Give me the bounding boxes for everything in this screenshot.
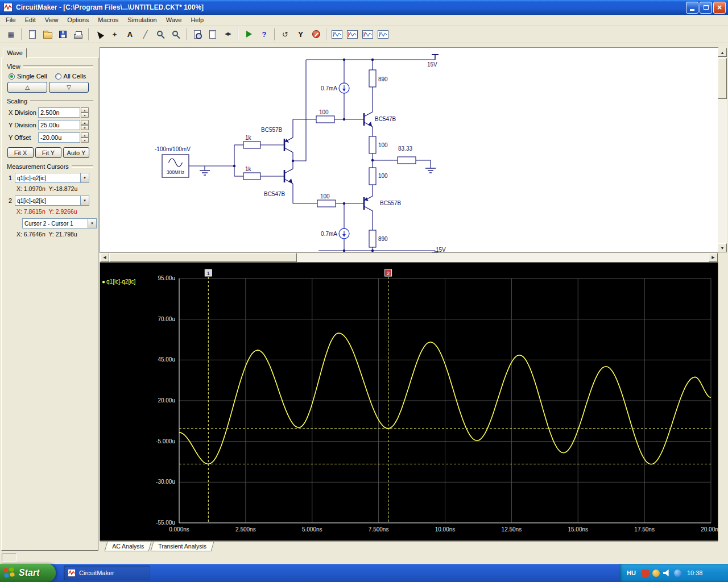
- help-icon: ?: [262, 31, 267, 38]
- spin-up-icon[interactable]: ▲: [81, 132, 89, 138]
- spin-up-icon[interactable]: ▲: [81, 107, 89, 113]
- scope-display-button-2[interactable]: [345, 27, 359, 41]
- status-cell: [2, 554, 16, 562]
- waveform-plot[interactable]: 95.00u70.00u45.00u20.00u-5.000u-30.00u-5…: [100, 263, 718, 541]
- step-navigation-button[interactable]: ◀▶: [221, 27, 235, 41]
- x-tick-label: 10.00ns: [435, 526, 456, 533]
- y-offset-input[interactable]: [38, 132, 80, 143]
- spin-up-icon[interactable]: ▲: [81, 120, 89, 125]
- emitter-arrow: [368, 122, 372, 126]
- cursor-diff-dropdown-button[interactable]: ▼: [88, 219, 96, 228]
- menu-file[interactable]: File: [1, 15, 20, 24]
- menu-help[interactable]: Help: [186, 15, 208, 24]
- cursor-1-signal-select[interactable]: q1[ic]-q2[ic] ▼: [15, 173, 89, 183]
- tray-shield-icon[interactable]: [642, 569, 649, 577]
- x-tick-label: 12.50ns: [502, 526, 522, 533]
- y-tick-label: 95.00u: [158, 275, 175, 281]
- scaling-section-header: Scaling: [7, 98, 93, 105]
- spin-down-icon[interactable]: ▼: [81, 138, 89, 143]
- title-bar: CircuitMaker - [C:\Program Files\...\UNT…: [0, 0, 728, 15]
- y-offset-spinner[interactable]: ▲▼: [81, 132, 89, 143]
- probe-tool-button[interactable]: Y: [293, 27, 308, 41]
- tray-update-icon[interactable]: [652, 569, 660, 577]
- cursor-2-signal-select[interactable]: q1[ic]-q2[ic] ▼: [15, 196, 89, 206]
- open-file-button[interactable]: [40, 27, 55, 41]
- close-button[interactable]: ×: [713, 2, 726, 14]
- scope-display-button-3[interactable]: [361, 27, 375, 41]
- wire-tool-button[interactable]: ╱: [138, 27, 152, 41]
- minimize-button[interactable]: [686, 2, 698, 14]
- x-division-input[interactable]: [38, 107, 80, 118]
- scroll-down-button[interactable]: ▼: [718, 243, 727, 252]
- browse-mode-button[interactable]: ▦: [4, 27, 18, 41]
- windows-flag-icon: [3, 567, 16, 579]
- help-button[interactable]: ?: [257, 27, 271, 41]
- resistor: [369, 136, 376, 153]
- emitter-arrow: [288, 178, 292, 183]
- scroll-right-button[interactable]: ▶: [709, 253, 718, 262]
- taskbar-clock[interactable]: 10:38: [687, 569, 703, 576]
- single-cell-radio[interactable]: [9, 73, 15, 80]
- tray-volume-icon[interactable]: [663, 569, 671, 577]
- auto-y-button[interactable]: Auto Y: [63, 147, 89, 158]
- spin-down-icon[interactable]: ▼: [81, 113, 89, 118]
- undo-button[interactable]: ↺: [278, 27, 292, 41]
- place-part-button[interactable]: +: [107, 27, 122, 41]
- spin-down-icon[interactable]: ▼: [81, 125, 89, 130]
- stop-simulation-button[interactable]: [309, 27, 323, 41]
- waveform-panel: 95.00u70.00u45.00u20.00u-5.000u-30.00u-5…: [100, 263, 718, 541]
- x-tick-label: 17.50ns: [634, 526, 655, 533]
- sheet-view-button[interactable]: [205, 27, 220, 41]
- scope-display-button-4[interactable]: [376, 27, 390, 41]
- fit-x-button[interactable]: Fit X: [7, 147, 34, 158]
- menu-edit[interactable]: Edit: [20, 15, 40, 24]
- x-tick-label: 20.00ns: [701, 526, 718, 533]
- cursors-section-header: Measurement Cursors: [7, 163, 93, 170]
- tray-network-icon[interactable]: [674, 569, 681, 577]
- run-simulation-button[interactable]: [242, 27, 256, 41]
- select-tool-button[interactable]: [92, 27, 106, 41]
- x-division-spinner[interactable]: ▲▼: [81, 107, 89, 118]
- y-tick-label: 45.00u: [158, 356, 175, 363]
- tab-wave[interactable]: Wave: [3, 48, 27, 58]
- scroll-left-button[interactable]: ◀: [100, 253, 109, 262]
- cursor-2-dropdown-button[interactable]: ▼: [80, 196, 89, 205]
- tab-ac-analysis[interactable]: AC Analysis: [105, 542, 152, 551]
- zoom-area-button[interactable]: [169, 27, 183, 41]
- scope-display-button-1[interactable]: [330, 27, 344, 41]
- system-tray: HU 10:38: [619, 564, 728, 582]
- zoom-in-button[interactable]: [154, 27, 168, 41]
- prev-cell-button[interactable]: △: [7, 82, 47, 93]
- menu-wave[interactable]: Wave: [162, 15, 187, 24]
- schematic-canvas[interactable]: 89010010083.331001008901k1k0.7mA0.7mABC5…: [100, 48, 718, 252]
- tab-transient-analysis[interactable]: Transient Analysis: [151, 542, 214, 551]
- next-cell-button[interactable]: ▽: [49, 82, 89, 93]
- text-tool-button[interactable]: A: [123, 27, 137, 41]
- scope-waveform-icon: [362, 30, 373, 39]
- print-button[interactable]: [71, 27, 85, 41]
- cursor-1-dropdown-button[interactable]: ▼: [80, 173, 89, 182]
- vertical-scrollbar-thumb[interactable]: [718, 58, 727, 99]
- x-tick-label: 2.500ns: [235, 526, 256, 533]
- horizontal-scrollbar[interactable]: ◀ ▶: [100, 253, 718, 262]
- fit-y-button[interactable]: Fit Y: [35, 147, 61, 158]
- vertical-scrollbar[interactable]: ▲ ▼: [718, 48, 727, 252]
- y-division-input[interactable]: [38, 120, 80, 130]
- menu-options[interactable]: Options: [63, 15, 93, 24]
- menu-macros[interactable]: Macros: [93, 15, 123, 24]
- maximize-button[interactable]: [700, 2, 712, 14]
- horizontal-scrollbar-thumb[interactable]: [109, 253, 297, 262]
- y-division-spinner[interactable]: ▲▼: [81, 120, 89, 130]
- menu-simulation[interactable]: Simulation: [123, 15, 161, 24]
- taskbar-task-circuitmaker[interactable]: CircuitMaker: [64, 566, 150, 580]
- menu-view[interactable]: View: [40, 15, 63, 24]
- new-file-button[interactable]: [25, 27, 39, 41]
- scroll-up-button[interactable]: ▲: [718, 48, 727, 57]
- language-indicator[interactable]: HU: [624, 568, 638, 577]
- all-cells-radio[interactable]: [55, 73, 61, 80]
- start-button[interactable]: Start: [0, 564, 56, 582]
- save-file-button[interactable]: [56, 27, 70, 41]
- resistor: [398, 157, 416, 164]
- zoom-page-button[interactable]: [190, 27, 204, 41]
- cursor-diff-select[interactable]: Cursor 2 - Cursor 1 ▼: [22, 218, 97, 228]
